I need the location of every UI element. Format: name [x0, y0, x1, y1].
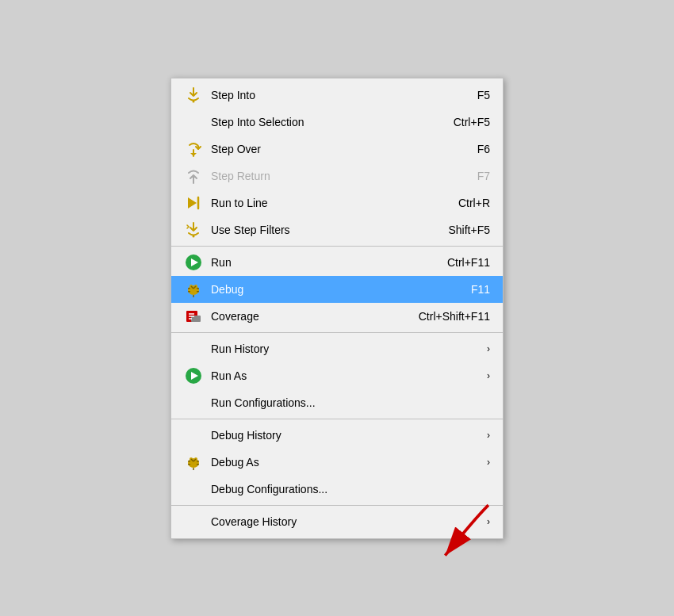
use-step-filters-shortcut: Shift+F5	[448, 224, 490, 236]
menu-item-debug-as[interactable]: Debug As ›	[171, 449, 503, 476]
svg-point-25	[188, 458, 199, 468]
separator-3	[171, 419, 503, 419]
run-as-label: Run As	[211, 369, 481, 382]
run-as-icon	[184, 366, 203, 385]
use-step-filters-label: Use Step Filters	[211, 224, 416, 236]
step-into-selection-icon	[184, 113, 203, 132]
run-icon	[184, 253, 203, 272]
run-history-arrow: ›	[487, 343, 490, 354]
context-menu: Step Into F5 Step Into Selection Ctrl+F5…	[170, 78, 504, 539]
run-to-line-shortcut: Ctrl+R	[458, 197, 490, 209]
menu-item-run-as[interactable]: Run As ›	[171, 362, 503, 389]
debug-configurations-label: Debug Configurations...	[211, 483, 490, 495]
menu-item-coverage-history[interactable]: Coverage History ›	[171, 508, 503, 535]
debug-as-icon	[184, 453, 203, 472]
svg-rect-14	[197, 288, 199, 289]
menu-item-run-history[interactable]: Run History ›	[171, 335, 503, 362]
use-step-filters-icon	[184, 220, 203, 239]
svg-point-0	[193, 100, 195, 102]
step-return-shortcut: F7	[477, 170, 490, 182]
separator-2	[171, 332, 503, 333]
debug-history-arrow: ›	[487, 430, 490, 441]
debug-history-label: Debug History	[211, 429, 481, 442]
menu-item-debug[interactable]: Debug F11	[171, 276, 503, 303]
debug-icon	[184, 280, 203, 299]
step-return-label: Step Return	[211, 170, 446, 182]
step-into-label: Step Into	[211, 89, 446, 101]
run-label: Run	[211, 256, 416, 269]
menu-item-run-configurations[interactable]: Run Configurations...	[171, 389, 503, 416]
debug-label: Debug	[211, 283, 439, 296]
svg-rect-33	[197, 464, 199, 465]
run-history-icon	[184, 339, 203, 358]
menu-item-debug-history[interactable]: Debug History ›	[171, 422, 503, 449]
svg-rect-30	[188, 461, 190, 462]
svg-rect-16	[197, 291, 199, 293]
coverage-shortcut: Ctrl+Shift+F11	[419, 310, 490, 323]
separator-4	[171, 505, 503, 506]
debug-as-label: Debug As	[211, 456, 481, 469]
step-into-shortcut: F5	[477, 89, 490, 101]
svg-rect-13	[188, 288, 190, 289]
run-to-line-icon	[184, 193, 203, 212]
svg-marker-2	[190, 153, 197, 156]
menu-item-coverage[interactable]: Coverage Ctrl+Shift+F11	[171, 303, 503, 330]
run-to-line-label: Run to Line	[211, 197, 427, 209]
svg-marker-3	[188, 197, 197, 209]
step-return-icon	[184, 166, 203, 186]
separator-1	[171, 246, 503, 247]
run-configurations-icon	[184, 393, 203, 412]
menu-item-step-into-selection[interactable]: Step Into Selection Ctrl+F5	[171, 109, 503, 136]
coverage-icon	[184, 307, 203, 326]
step-into-icon	[184, 86, 203, 105]
svg-point-5	[193, 235, 195, 237]
debug-shortcut: F11	[471, 283, 490, 296]
menu-item-run[interactable]: Run Ctrl+F11	[171, 249, 503, 276]
svg-rect-15	[188, 291, 190, 293]
coverage-history-label: Coverage History	[211, 515, 481, 528]
debug-configurations-icon	[184, 480, 203, 499]
menu-item-step-return[interactable]: Step Return F7	[171, 163, 503, 189]
menu-item-run-to-line[interactable]: Run to Line Ctrl+R	[171, 189, 503, 216]
coverage-label: Coverage	[211, 310, 387, 323]
step-over-icon	[184, 140, 203, 159]
debug-history-icon	[184, 426, 203, 445]
step-over-label: Step Over	[211, 143, 446, 155]
svg-rect-31	[197, 461, 199, 462]
menu-item-step-into[interactable]: Step Into F5	[171, 82, 503, 109]
menu-panel: Step Into F5 Step Into Selection Ctrl+F5…	[170, 78, 504, 539]
debug-as-arrow: ›	[487, 457, 490, 468]
menu-item-use-step-filters[interactable]: Use Step Filters Shift+F5	[171, 216, 503, 243]
svg-rect-32	[188, 464, 190, 465]
menu-item-step-over[interactable]: Step Over F6	[171, 136, 503, 163]
run-shortcut: Ctrl+F11	[447, 256, 490, 269]
run-configurations-label: Run Configurations...	[211, 396, 490, 409]
run-as-arrow: ›	[487, 370, 490, 381]
coverage-history-icon	[184, 512, 203, 531]
svg-point-8	[188, 285, 199, 295]
step-into-selection-shortcut: Ctrl+F5	[454, 116, 490, 128]
menu-item-debug-configurations[interactable]: Debug Configurations...	[171, 476, 503, 503]
step-over-shortcut: F6	[477, 143, 490, 155]
run-history-label: Run History	[211, 342, 481, 355]
step-into-selection-label: Step Into Selection	[211, 116, 422, 128]
coverage-history-arrow: ›	[487, 516, 490, 527]
